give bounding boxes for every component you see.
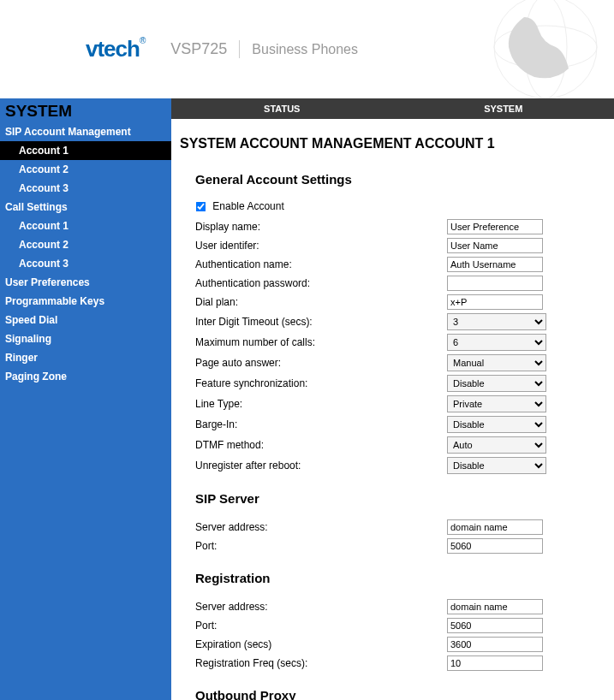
main-content: STATUS SYSTEM SYSTEM ACCOUNT MANAGEMENT … <box>171 98 614 700</box>
unregister-select[interactable]: Disable <box>447 457 546 474</box>
reg-server-addr-label: Server address: <box>195 601 447 613</box>
dtmf-label: DTMF method: <box>195 439 447 451</box>
globe-icon <box>443 0 605 98</box>
max-calls-select[interactable]: 6 <box>447 334 546 351</box>
sidebar-call-settings[interactable]: Call Settings <box>0 198 171 217</box>
sip-server-input[interactable] <box>447 519 543 535</box>
product-name: VSP725 <box>170 40 240 58</box>
sidebar: SYSTEM SIP Account Management Account 1 … <box>0 98 171 700</box>
brand-logo: vtech® <box>86 36 145 62</box>
tab-bar: STATUS SYSTEM <box>171 98 614 119</box>
sidebar-signaling[interactable]: Signaling <box>0 329 171 348</box>
line-type-select[interactable]: Private <box>447 395 546 412</box>
enable-account-checkbox[interactable] <box>196 202 206 212</box>
page-title: SYSTEM ACCOUNT MANAGEMENT ACCOUNT 1 <box>171 119 614 157</box>
dtmf-select[interactable]: Auto <box>447 436 546 454</box>
auth-name-input[interactable] <box>447 257 543 272</box>
sidebar-account-1[interactable]: Account 1 <box>0 141 171 160</box>
user-identifier-input[interactable] <box>447 238 543 253</box>
barge-in-select[interactable]: Disable <box>447 416 546 433</box>
reg-server-input[interactable] <box>447 599 543 614</box>
reg-freq-label: Registration Freq (secs): <box>195 657 447 669</box>
line-type-label: Line Type: <box>195 398 447 410</box>
max-calls-label: Maximum number of calls: <box>195 336 447 348</box>
auth-pw-label: Authentication password: <box>195 277 447 289</box>
brand-text: vtech <box>86 36 140 62</box>
outbound-proxy-heading: Outbound Proxy <box>171 673 614 700</box>
sip-port-label: Port: <box>195 540 447 552</box>
general-heading: General Account Settings <box>171 157 614 193</box>
sidebar-cs-account-3[interactable]: Account 3 <box>0 254 171 273</box>
user-identifier-label: User identifer: <box>195 240 447 252</box>
expiration-input[interactable] <box>447 637 543 652</box>
display-name-label: Display name: <box>195 221 447 233</box>
sidebar-user-prefs[interactable]: User Preferences <box>0 273 171 292</box>
sidebar-speed-dial[interactable]: Speed Dial <box>0 311 171 329</box>
sidebar-cs-account-1[interactable]: Account 1 <box>0 217 171 235</box>
sidebar-system-title: SYSTEM <box>0 98 171 122</box>
barge-in-label: Barge-In: <box>195 418 447 430</box>
display-name-input[interactable] <box>447 219 543 234</box>
reg-port-input[interactable] <box>447 618 543 633</box>
reg-port-label: Port: <box>195 620 447 632</box>
auth-name-label: Authentication name: <box>195 258 447 270</box>
sidebar-cs-account-2[interactable]: Account 2 <box>0 235 171 254</box>
tagline: Business Phones <box>252 42 358 57</box>
sip-server-heading: SIP Server <box>171 476 614 513</box>
sidebar-ringer[interactable]: Ringer <box>0 348 171 367</box>
tab-status[interactable]: STATUS <box>171 98 393 119</box>
auth-pw-input[interactable] <box>447 276 543 291</box>
inter-digit-select[interactable]: 3 <box>447 313 546 330</box>
sip-port-input[interactable] <box>447 538 543 554</box>
page-auto-answer-select[interactable]: Manual <box>447 354 546 371</box>
enable-account-label: Enable Account <box>212 200 283 212</box>
feature-sync-select[interactable]: Disable <box>447 375 546 392</box>
feature-sync-label: Feature synchronization: <box>195 377 447 389</box>
sidebar-account-2[interactable]: Account 2 <box>0 160 171 179</box>
tab-system[interactable]: SYSTEM <box>393 98 615 119</box>
unregister-label: Unregister after reboot: <box>195 460 447 472</box>
expiration-label: Expiration (secs) <box>195 638 447 650</box>
dial-plan-input[interactable] <box>447 294 543 310</box>
inter-digit-label: Inter Digit Timeout (secs): <box>195 316 447 328</box>
header: vtech® VSP725 Business Phones <box>0 0 614 98</box>
sidebar-prog-keys[interactable]: Programmable Keys <box>0 292 171 311</box>
dial-plan-label: Dial plan: <box>195 296 447 308</box>
sidebar-sip-mgmt[interactable]: SIP Account Management <box>0 122 171 141</box>
sidebar-paging-zone[interactable]: Paging Zone <box>0 367 171 386</box>
sidebar-account-3[interactable]: Account 3 <box>0 179 171 198</box>
registration-heading: Registration <box>171 555 614 592</box>
page-auto-answer-label: Page auto answer: <box>195 357 447 369</box>
sip-server-addr-label: Server address: <box>195 521 447 533</box>
reg-freq-input[interactable] <box>447 656 543 671</box>
